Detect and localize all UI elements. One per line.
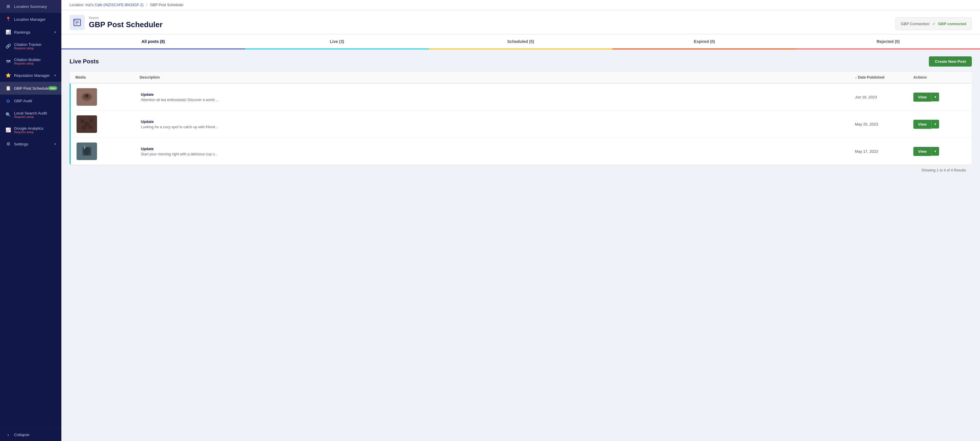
grid-icon: ⊞ — [5, 4, 11, 9]
sidebar-item-location-summary[interactable]: ⊞ Location Summary — [0, 0, 61, 13]
sidebar-item-location-manager[interactable]: 📍 Location Manager — [0, 13, 61, 26]
breadcrumb: Location: Inzi's Cafe (INZISCAFE-BN33GF-… — [61, 0, 980, 10]
analytics-icon: 📈 — [5, 127, 11, 133]
sidebar-item-label: Rankings — [14, 30, 51, 35]
page-title-block: Report GBP Post Scheduler — [89, 16, 162, 29]
sidebar-item-rankings[interactable]: 📊 Rankings ▾ — [0, 26, 61, 38]
check-icon: ✓ — [932, 22, 935, 26]
col-description: Description — [140, 75, 855, 79]
section-header: Live Posts Create New Post — [70, 56, 972, 67]
sidebar-item-label: Reputation Manager — [14, 73, 51, 78]
sidebar-item-citation-builder[interactable]: 🗺 Citation Builder Requires setup — [0, 54, 61, 69]
svg-point-12 — [89, 119, 93, 122]
sidebar-item-reputation-manager[interactable]: ⭐ Reputation Manager ▾ — [0, 69, 61, 82]
col-actions: Actions — [913, 75, 966, 79]
search-icon: 🔍 — [5, 112, 11, 117]
gbp-connection-badge: GBP Connection: ✓ GBP connected — [895, 17, 972, 30]
sidebar-item-settings[interactable]: ⚙ Settings ▾ — [0, 138, 61, 151]
showing-results: Showing 1 to 4 of 4 Results — [70, 165, 972, 176]
tab-expired[interactable]: Expired (0) — [612, 35, 796, 49]
sidebar-item-label: Citation Tracker Requires setup — [14, 42, 56, 50]
sidebar-item-gbp-post-scheduler[interactable]: 📋 GBP Post Scheduler New — [0, 82, 61, 95]
tab-scheduled[interactable]: Scheduled (5) — [429, 35, 613, 49]
tab-all-posts[interactable]: All posts (8) — [61, 35, 245, 49]
actions-cell: View ▾ — [913, 120, 966, 129]
sidebar: ⊞ Location Summary 📍 Location Manager 📊 … — [0, 0, 61, 441]
post-media-cell — [76, 88, 141, 106]
gbp-connection-label: GBP Connection: — [901, 22, 930, 26]
sidebar-item-label: Google Analytics Requires setup — [14, 126, 56, 134]
post-date: Jun 16, 2023 — [855, 95, 913, 99]
svg-point-13 — [81, 125, 86, 130]
post-description: Looking for a cozy spot to catch up with… — [141, 125, 855, 129]
collapse-label: Collapse — [14, 433, 56, 437]
create-new-post-button[interactable]: Create New Post — [929, 56, 972, 67]
sidebar-item-label: Local Search Audit Requires setup — [14, 111, 56, 119]
new-badge: New — [48, 86, 57, 90]
post-description: Start your morning right with a deliciou… — [141, 152, 855, 156]
sidebar-item-label: Settings — [14, 142, 51, 146]
post-thumbnail — [76, 115, 97, 133]
collapse-icon: ‹ — [5, 432, 11, 437]
report-icon — [70, 15, 85, 30]
col-media: Media — [75, 75, 140, 79]
chevron-down-icon: ▾ — [54, 74, 56, 78]
sidebar-item-gbp-audit[interactable]: G GBP Audit — [0, 95, 61, 107]
google-icon: G — [5, 98, 11, 103]
sidebar-item-label: Citation Builder Requires setup — [14, 57, 56, 65]
bar-chart-icon: 📊 — [5, 30, 11, 35]
table-header: Media Description ↓ Date Published Actio… — [70, 72, 972, 84]
svg-rect-18 — [84, 146, 85, 149]
requires-setup-label: Requires setup — [14, 115, 56, 119]
dropdown-button[interactable]: ▾ — [931, 120, 939, 128]
view-button[interactable]: View — [913, 120, 931, 129]
post-description-cell: Update Start your morning right with a d… — [141, 147, 855, 156]
view-button[interactable]: View — [913, 147, 931, 156]
pin-icon: 📍 — [5, 17, 11, 22]
section-title: Live Posts — [70, 58, 99, 65]
post-thumbnail — [76, 143, 97, 160]
col-date-published[interactable]: ↓ Date Published — [855, 75, 913, 79]
table-row: Update Attention all tea enthusiasts! Di… — [70, 84, 972, 111]
collapse-button[interactable]: ‹ Collapse — [0, 428, 61, 441]
post-media-cell — [76, 115, 141, 133]
location-label: Location: — [70, 3, 84, 7]
sidebar-item-label: Location Summary — [14, 5, 56, 9]
page-header: Report GBP Post Scheduler GBP Connection… — [61, 10, 980, 35]
breadcrumb-current: GBP Post Scheduler — [150, 3, 183, 7]
svg-point-10 — [80, 119, 84, 123]
chevron-down-icon: ▾ — [54, 30, 56, 34]
post-thumbnail — [76, 88, 97, 106]
dropdown-button[interactable]: ▾ — [931, 147, 939, 155]
main-content: Location: Inzi's Cafe (INZISCAFE-BN33GF-… — [61, 0, 980, 441]
map-icon: 🗺 — [5, 59, 11, 64]
post-date: May 25, 2023 — [855, 122, 913, 127]
view-button[interactable]: View — [913, 93, 931, 102]
sidebar-item-google-analytics[interactable]: 📈 Google Analytics Requires setup — [0, 122, 61, 138]
tab-rejected[interactable]: Rejected (0) — [796, 35, 980, 49]
post-description-cell: Update Looking for a cozy spot to catch … — [141, 119, 855, 129]
posts-table: Media Description ↓ Date Published Actio… — [70, 72, 972, 165]
breadcrumb-separator: / — [146, 3, 147, 7]
dropdown-button[interactable]: ▾ — [931, 93, 939, 102]
table-row: Update Looking for a cozy spot to catch … — [70, 111, 972, 138]
calendar-icon: 📋 — [5, 86, 11, 91]
page-title: GBP Post Scheduler — [89, 20, 162, 29]
table-row: Update Start your morning right with a d… — [70, 138, 972, 165]
actions-cell: View ▾ — [913, 147, 966, 156]
sidebar-item-label: GBP Audit — [14, 99, 56, 103]
tab-live[interactable]: Live (3) — [245, 35, 429, 49]
location-link[interactable]: Inzi's Cafe (INZISCAFE-BN33GF-2) — [85, 3, 143, 7]
page-header-left: Report GBP Post Scheduler — [70, 15, 162, 34]
link-icon: 🔗 — [5, 43, 11, 49]
gbp-status: GBP connected — [938, 22, 966, 26]
requires-setup-label: Requires setup — [14, 62, 56, 65]
requires-setup-label: Requires setup — [14, 47, 56, 50]
content-area: Live Posts Create New Post Media Descrip… — [61, 49, 980, 441]
post-type: Update — [141, 119, 855, 124]
svg-point-14 — [89, 125, 92, 129]
post-type: Update — [141, 147, 855, 151]
sidebar-item-citation-tracker[interactable]: 🔗 Citation Tracker Requires setup — [0, 38, 61, 54]
sidebar-item-local-search-audit[interactable]: 🔍 Local Search Audit Requires setup — [0, 107, 61, 122]
requires-setup-label: Requires setup — [14, 130, 56, 134]
